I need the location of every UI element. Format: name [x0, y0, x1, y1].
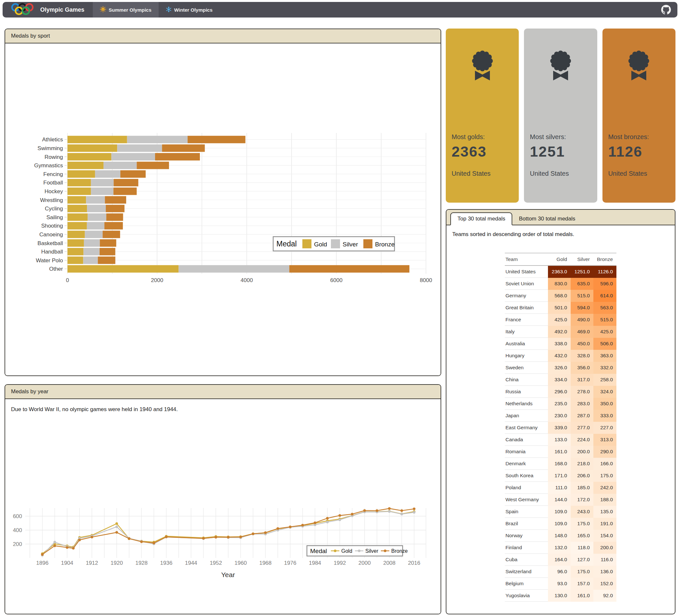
team-name: Netherlands	[505, 398, 548, 410]
bar-swimming	[67, 144, 205, 152]
team-name: West Germany	[505, 494, 548, 506]
silver-count: 243.0	[571, 506, 593, 518]
team-name: Great Britain	[505, 302, 548, 314]
bronze-count: 614.0	[593, 290, 616, 302]
table-row: Hungary432.0328.0363.0	[505, 350, 616, 362]
bar-football	[67, 179, 138, 186]
svg-text:2000: 2000	[151, 277, 163, 283]
medals-by-sport-panel: Medals by sport AthleticsSwimmingRowingG…	[4, 29, 441, 376]
medals-by-year-title: Medals by year	[5, 385, 441, 399]
card-team: United States	[530, 170, 591, 203]
silver-count: 317.0	[571, 374, 593, 386]
silver-count: 175.0	[571, 566, 593, 578]
bronze-count: 290.0	[593, 446, 616, 458]
table-row: Switzerland96.0175.0136.0	[505, 566, 616, 578]
team-name: Spain	[505, 506, 548, 518]
team-name: France	[505, 314, 548, 326]
table-row: Russia296.0278.0324.0	[505, 386, 616, 398]
team-name: United States	[505, 266, 548, 278]
bar-hockey	[67, 187, 137, 195]
medals-by-sport-title: Medals by sport	[5, 29, 441, 43]
team-name: Belgium	[505, 578, 548, 590]
svg-text:Bronze: Bronze	[375, 241, 395, 248]
svg-text:Medal: Medal	[276, 240, 297, 248]
bronze-count: 116.0	[593, 554, 616, 566]
svg-text:Gymnastics: Gymnastics	[34, 163, 63, 169]
gold-count: 501.0	[548, 302, 571, 314]
table-row: Belgium93.0157.0152.0	[505, 578, 616, 590]
svg-text:Shooting: Shooting	[41, 223, 63, 229]
svg-text:Cycling: Cycling	[45, 206, 63, 212]
table-header-row: TeamGoldSilverBronze	[505, 253, 616, 266]
team-name: China	[505, 374, 548, 386]
bronze-count: 333.0	[593, 410, 616, 422]
svg-text:1912: 1912	[86, 560, 98, 566]
bronze-count: 200.0	[593, 542, 616, 554]
gold-medal-icon	[469, 47, 496, 87]
silver-count: 218.0	[571, 458, 593, 470]
svg-text:Handball: Handball	[41, 249, 63, 255]
table-row: Brazil109.0175.0191.0	[505, 518, 616, 530]
silver-count: 278.0	[571, 386, 593, 398]
gold-count: 168.0	[548, 458, 571, 470]
team-name: Hungary	[505, 350, 548, 362]
svg-text:1968: 1968	[259, 560, 272, 566]
team-name: Romania	[505, 446, 548, 458]
gold-count: 334.0	[548, 374, 571, 386]
gold-count: 235.0	[548, 398, 571, 410]
team-name: Germany	[505, 290, 548, 302]
sun-icon	[100, 6, 106, 13]
gold-count: 830.0	[548, 278, 571, 290]
bronze-medal-icon	[625, 47, 652, 87]
bar-handball	[67, 248, 115, 256]
svg-text:2000: 2000	[359, 560, 371, 566]
table-row: West Germany144.0172.0188.0	[505, 494, 616, 506]
svg-text:Gold: Gold	[341, 548, 352, 554]
bar-shooting	[67, 222, 123, 230]
team-name: Canada	[505, 434, 548, 446]
bar-canoeing	[67, 231, 120, 238]
svg-text:1928: 1928	[135, 560, 148, 566]
table-row: Cuba164.0127.0116.0	[505, 554, 616, 566]
silver-count: 277.0	[571, 422, 593, 434]
github-icon[interactable]	[661, 5, 671, 14]
team-name: Italy	[505, 326, 548, 338]
team-name: Poland	[505, 482, 548, 494]
card-label: Most silvers:	[530, 133, 591, 141]
bar-water-polo	[67, 257, 115, 264]
silver-count: 287.0	[571, 410, 593, 422]
bronze-count: 166.0	[593, 458, 616, 470]
silver-count: 185.0	[571, 482, 593, 494]
bar-athletics	[67, 136, 245, 143]
gold-count: 133.0	[548, 434, 571, 446]
bronze-count: 258.0	[593, 374, 616, 386]
bronze-count: 92.0	[593, 590, 616, 602]
svg-text:6000: 6000	[330, 277, 343, 283]
tab-top-30-total-medals[interactable]: Top 30 total medals	[450, 212, 512, 225]
gold-count: 132.0	[548, 542, 571, 554]
bar-gymnastics	[67, 162, 169, 169]
bronze-count: 596.0	[593, 278, 616, 290]
gold-count: 111.0	[548, 482, 571, 494]
medals-by-year-chart: 2004006001896190419121920192819361944195…	[5, 399, 441, 614]
table-row: Romania161.0200.0290.0	[505, 446, 616, 458]
card-value: 1251	[530, 143, 591, 160]
svg-text:Canoeing: Canoeing	[39, 232, 63, 238]
tab-summer-olympics[interactable]: Summer Olympics	[93, 2, 159, 18]
tab-winter-olympics[interactable]: Winter Olympics	[159, 2, 220, 18]
bronze-count: 313.0	[593, 434, 616, 446]
bronze-count: 242.0	[593, 482, 616, 494]
table-row: South Korea171.0206.0175.0	[505, 470, 616, 482]
bar-sailing	[67, 213, 123, 221]
bronze-count: 188.0	[593, 494, 616, 506]
silver-count: 283.0	[571, 398, 593, 410]
svg-text:1944: 1944	[185, 560, 197, 566]
bronze-count: 152.0	[593, 578, 616, 590]
card-most-silvers: Most silvers: 1251 United States	[524, 29, 597, 203]
ww2-note: Due to World War II, no olympic games we…	[11, 406, 178, 413]
table-row: Canada133.0224.0313.0	[505, 434, 616, 446]
app-title: Olympic Games	[40, 6, 84, 13]
tab-bottom-30-total-medals[interactable]: Bottom 30 total medals	[512, 213, 582, 225]
svg-text:400: 400	[13, 527, 22, 533]
svg-text:1976: 1976	[284, 560, 296, 566]
